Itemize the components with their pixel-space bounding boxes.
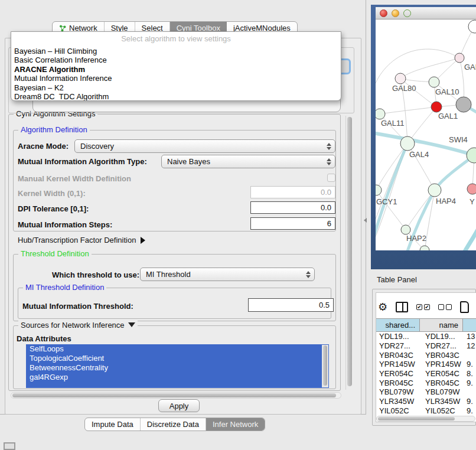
table-cell: YPR145W xyxy=(420,360,463,369)
network-node[interactable] xyxy=(468,20,476,33)
network-node-gcy1[interactable] xyxy=(376,185,382,195)
table-body: YDL19...YDL19...13YDR27...YDR27...12YBR0… xyxy=(376,332,476,415)
network-node-hap4[interactable] xyxy=(428,184,441,197)
select-all-checkboxes-icon[interactable]: ✔✔ xyxy=(416,304,430,310)
network-node-label: GAL xyxy=(464,63,476,71)
table-cell: YBL079W xyxy=(376,387,420,396)
network-node-label: HAP2 xyxy=(406,234,426,243)
mi-type-combobox[interactable]: Naive Bayes xyxy=(161,155,335,168)
table-toolbar: ⚙ ✔✔ xyxy=(378,298,475,316)
tab-impute-data[interactable]: Impute Data xyxy=(85,418,141,431)
table-row[interactable]: YBL079WYBL079W xyxy=(376,387,476,397)
table-cell: YBR043C xyxy=(420,351,463,360)
manual-kernel-label: Manual Kernel Width Definition xyxy=(18,174,131,183)
network-node-gal11[interactable] xyxy=(376,109,385,119)
table-cell: 9. xyxy=(463,379,476,387)
table-row[interactable]: YDR27...YDR27...12 xyxy=(376,341,476,351)
table-row[interactable]: YBR043CYBR043C xyxy=(376,350,476,360)
dpi-tolerance-field[interactable]: 0.0 xyxy=(250,201,335,214)
close-traffic-light-icon[interactable] xyxy=(380,9,387,17)
hub-definition-toggle[interactable]: Hub/Transcription Factor Definition xyxy=(18,236,145,244)
sources-group-title[interactable]: Sources for Network Inference xyxy=(18,321,138,330)
table-cell: 13 xyxy=(463,332,476,341)
algorithm-option[interactable]: Dream8 DC_TDC Algorithm xyxy=(11,92,341,101)
apply-button[interactable]: Apply xyxy=(158,399,200,412)
settings-horizontal-scrollbar[interactable] xyxy=(11,392,341,399)
mi-type-label: Mutual Information Algorithm Type: xyxy=(18,157,147,166)
zoom-traffic-light-icon[interactable] xyxy=(403,9,411,17)
table-horizontal-scrollbar[interactable] xyxy=(376,416,475,422)
mi-steps-field[interactable]: 6 xyxy=(250,217,335,230)
attribute-list-item[interactable]: SelfLoops xyxy=(26,344,329,354)
network-edge[interactable] xyxy=(463,226,476,250)
algorithm-definition-title: Algorithm Definition xyxy=(18,125,90,134)
attributes-list-scrollbar[interactable] xyxy=(322,345,328,387)
minimize-traffic-light-icon[interactable] xyxy=(392,9,399,17)
network-node-gal80[interactable] xyxy=(395,73,406,84)
table-cell: YIL052C xyxy=(420,406,463,415)
deselect-all-checkboxes-icon[interactable] xyxy=(438,304,452,310)
table-cell: YPR145W xyxy=(376,360,420,369)
mi-type-value: Naive Bayes xyxy=(167,157,210,166)
spinner-arrows-icon xyxy=(327,143,331,150)
tab-discretize-data[interactable]: Discretize Data xyxy=(141,418,206,431)
network-node-label: HAP4 xyxy=(436,197,456,206)
data-attributes-list[interactable]: SelfLoopsTopologicalCoefficientBetweenne… xyxy=(26,344,329,388)
network-node-gal1[interactable] xyxy=(431,102,442,112)
table-cell: YDR27... xyxy=(420,341,463,350)
mi-threshold-label: Mutual Information Threshold: xyxy=(22,302,133,311)
attribute-list-item[interactable]: TopologicalCoefficient xyxy=(26,354,329,363)
table-settings-gear-icon[interactable]: ⚙ xyxy=(378,301,387,314)
algorithm-option[interactable]: Bayesian – Hill Climbing xyxy=(11,47,341,56)
spinner-arrows-icon xyxy=(306,271,311,278)
aracne-mode-combobox[interactable]: Discovery xyxy=(74,139,335,153)
algorithm-option[interactable]: Bayesian – K2 xyxy=(11,83,341,92)
algorithm-option[interactable]: Basic Correlation Inference xyxy=(11,56,341,64)
network-node-label: GCY1 xyxy=(376,197,397,206)
table-cell: YBR045C xyxy=(376,379,420,387)
spinner-arrows-icon xyxy=(327,158,331,165)
expand-right-icon xyxy=(141,237,145,244)
minimized-panel-icon[interactable] xyxy=(4,442,15,450)
mi-threshold-field[interactable]: 0.5 xyxy=(248,298,334,312)
network-node[interactable] xyxy=(456,97,471,112)
which-threshold-combobox[interactable]: MI Threshold xyxy=(140,268,315,281)
screen: Control Panel ✕ NetworkStyleSelectCyni T… xyxy=(0,0,476,450)
network-node-gal[interactable] xyxy=(455,53,464,63)
table-row[interactable]: YLR345WYLR345W9. xyxy=(376,397,476,406)
settings-vertical-scrollbar[interactable] xyxy=(345,116,353,390)
network-node-y[interactable] xyxy=(467,184,476,194)
algorithm-option[interactable]: ARACNE Algorithm xyxy=(11,65,341,74)
table-cell: 9. xyxy=(463,360,476,369)
document-icon[interactable] xyxy=(460,301,469,313)
table-row[interactable]: YPR145WYPR145W9. xyxy=(376,360,476,369)
network-tab-icon xyxy=(59,25,66,32)
network-edge[interactable] xyxy=(400,58,459,79)
network-edge[interactable] xyxy=(380,107,436,114)
kernel-width-field[interactable]: 0.0 xyxy=(250,186,335,198)
network-node-gal10[interactable] xyxy=(429,77,439,87)
table-row[interactable]: YIL052CYIL052C9. xyxy=(376,406,476,416)
table-row[interactable]: YBR045CYBR045C9. xyxy=(376,378,476,387)
panel-splitter-arrow-icon[interactable] xyxy=(364,218,367,223)
network-window-titlebar xyxy=(376,7,476,19)
table-cell: YER054C xyxy=(420,369,463,378)
attribute-list-item[interactable]: BetweennessCentrality xyxy=(26,363,329,373)
network-node[interactable] xyxy=(420,246,429,250)
table-row[interactable]: YDL19...YDL19...13 xyxy=(376,332,476,341)
network-canvas[interactable]: GALGAL80GAL10GAL1GAL11SWI4GAL4GCY1HAP4YH… xyxy=(376,19,476,250)
kernel-width-label: Kernel Width (0,1): xyxy=(18,189,86,198)
network-node-label: SWI4 xyxy=(449,135,468,144)
column-header-name[interactable]: name xyxy=(420,318,463,332)
table-row[interactable]: YER054CYER054C8. xyxy=(376,369,476,379)
network-node-label: Y xyxy=(470,197,475,206)
column-header-shared-name[interactable]: shared... xyxy=(376,318,420,332)
attribute-list-item[interactable]: gal4RGexp xyxy=(26,373,329,382)
algorithm-option[interactable]: Mutual Information Inference xyxy=(11,74,341,83)
tab-infer-network[interactable]: Infer Network xyxy=(206,418,265,431)
network-node-hap2[interactable] xyxy=(401,225,410,234)
column-layout-icon[interactable] xyxy=(396,302,408,312)
network-node-gal4[interactable] xyxy=(400,136,415,151)
column-header-cut[interactable] xyxy=(463,318,476,332)
manual-kernel-checkbox[interactable] xyxy=(327,174,335,182)
